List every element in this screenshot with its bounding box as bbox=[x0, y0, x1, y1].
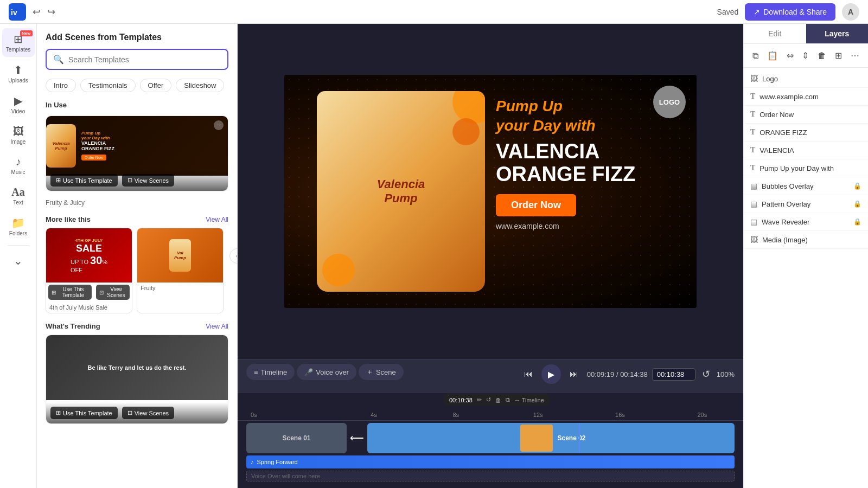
layer-item-orange-fizz[interactable]: T ORANGE FIZZ bbox=[744, 124, 868, 142]
more-cards-grid: 4TH OF JULY SALE UP TO 30%OFF ⊞ Use This… bbox=[37, 228, 237, 318]
right-panel-tabs: Edit Layers bbox=[744, 24, 868, 44]
svg-text:iv: iv bbox=[11, 8, 17, 17]
tooltip-timeline[interactable]: ↔ Timeline bbox=[514, 397, 544, 403]
skip-back-button[interactable]: ⏮ bbox=[520, 367, 537, 381]
layer-item-pump[interactable]: T Pump Up your Day with bbox=[744, 159, 868, 177]
in-use-label: In Use bbox=[37, 97, 237, 111]
scene-01[interactable]: Scene 01 bbox=[246, 423, 347, 453]
image-icon: 🖼 bbox=[13, 125, 24, 138]
filter-intro[interactable]: Intro bbox=[46, 79, 76, 92]
in-use-card-label: Fruity & Juicy bbox=[37, 196, 237, 211]
more-card-0[interactable]: 4TH OF JULY SALE UP TO 30%OFF ⊞ Use This… bbox=[46, 228, 132, 313]
saved-status: Saved bbox=[717, 8, 739, 16]
more-card-1[interactable]: ValPump Fruity bbox=[137, 228, 224, 313]
view-scenes-button[interactable]: ⊡ View Scenes bbox=[122, 174, 174, 187]
playhead[interactable] bbox=[579, 423, 580, 453]
tooltip-copy[interactable]: ⧉ bbox=[506, 396, 510, 403]
trending-view-all-button[interactable]: View All bbox=[206, 323, 228, 330]
headline-element: Pump Up your Day with bbox=[496, 97, 680, 136]
layer-item-logo[interactable]: 🖼 Logo bbox=[744, 70, 868, 88]
filter-testimonials[interactable]: Testimonials bbox=[80, 79, 136, 92]
sidebar-item-collapse[interactable]: ⌄ bbox=[2, 250, 35, 273]
filter-slideshow[interactable]: Slideshow bbox=[176, 79, 224, 92]
template-icon-small: ⊞ bbox=[52, 290, 56, 296]
layers-list: 🖼 Logo T www.example.com T Order Now T O… bbox=[744, 68, 868, 251]
topbar-left: iv ↩ ↪ bbox=[9, 3, 58, 21]
grid-icon-button[interactable]: ⊞ bbox=[833, 48, 844, 63]
flip-h-button[interactable]: ⇔ bbox=[784, 48, 796, 63]
tab-edit[interactable]: Edit bbox=[744, 24, 806, 43]
download-share-button[interactable]: ↗ Download & Share bbox=[745, 3, 835, 21]
scene-02-thumb bbox=[520, 425, 553, 452]
sidebar-item-video[interactable]: ▶ Video bbox=[2, 90, 35, 119]
product-name-element: VALENCIA ORANGE FIZZ bbox=[496, 140, 680, 186]
sidebar-item-music[interactable]: ♪ Music bbox=[2, 151, 35, 179]
layer-lock-icon-3: 🔒 bbox=[853, 218, 861, 226]
filter-offer[interactable]: Offer bbox=[140, 79, 172, 92]
terry-thumbnail: Be like Terry and let us do the rest. bbox=[46, 335, 228, 400]
scrubber-time-input[interactable] bbox=[652, 368, 695, 381]
tooltip-edit[interactable]: ✏ bbox=[477, 396, 482, 403]
undo-button[interactable]: ↩ bbox=[30, 4, 43, 20]
skip-forward-button[interactable]: ⏭ bbox=[565, 367, 583, 381]
sidebar-item-text[interactable]: Aa Text bbox=[2, 182, 35, 210]
layer-item-order[interactable]: T Order Now bbox=[744, 106, 868, 124]
can-image: Valencia Pump bbox=[317, 91, 485, 292]
canvas-viewport: LOGO Valencia Pump bbox=[238, 24, 743, 359]
uploads-icon: ⬆ bbox=[14, 63, 23, 76]
layer-item-website[interactable]: T www.example.com bbox=[744, 88, 868, 106]
tab-timeline[interactable]: ≡ Timeline bbox=[246, 364, 295, 380]
use-terry-button[interactable]: ⊞ Use This Template bbox=[50, 407, 118, 419]
tab-scene[interactable]: ＋ Scene bbox=[359, 364, 404, 380]
more-view-all-button[interactable]: View All bbox=[206, 216, 228, 223]
use-template-button[interactable]: ⊞ Use This Template bbox=[50, 174, 118, 187]
view-scenes-4th-button[interactable]: ⊡ View Scenes bbox=[96, 285, 130, 300]
sidebar-label-image: Image bbox=[11, 139, 26, 145]
trending-card-0[interactable]: Be like Terry and let us do the rest. ⊞ … bbox=[46, 335, 228, 424]
flip-v-button[interactable]: ⇕ bbox=[800, 48, 811, 63]
sidebar-item-image[interactable]: 🖼 Image bbox=[2, 121, 35, 149]
tab-voiceover[interactable]: 🎤 Voice over bbox=[297, 364, 356, 380]
layer-item-media[interactable]: 🖼 Media (Image) bbox=[744, 231, 868, 249]
sidebar-item-uploads[interactable]: ⬆ Uploads bbox=[2, 59, 35, 88]
more-like-this-header: More like this View All bbox=[37, 211, 237, 228]
copy-icon-button[interactable]: ⧉ bbox=[750, 48, 761, 63]
templates-panel: Add Scenes from Templates 🔍 Intro Testim… bbox=[37, 24, 238, 488]
in-use-card[interactable]: ⋯ ValenciaPump Pump Upyour Day with VALE… bbox=[46, 115, 228, 191]
tab-layers[interactable]: Layers bbox=[806, 24, 869, 43]
redo-button[interactable]: ↪ bbox=[45, 4, 58, 20]
sidebar-item-folders[interactable]: 📁 Folders bbox=[2, 212, 35, 241]
paste-icon-button[interactable]: 📋 bbox=[765, 48, 780, 63]
view-terry-button[interactable]: ⊡ View Scenes bbox=[122, 407, 174, 419]
canvas-text-right: Pump Up your Day with VALENCIA ORANGE FI… bbox=[496, 97, 680, 230]
layer-text-icon-5: T bbox=[750, 164, 755, 172]
avatar[interactable]: A bbox=[842, 3, 859, 21]
layer-item-wave[interactable]: ▤ Wave Revealer 🔒 bbox=[744, 213, 868, 231]
trending-cards: Be like Terry and let us do the rest. ⊞ … bbox=[37, 335, 237, 432]
layer-item-bubbles[interactable]: ▤ Bubbles Overlay 🔒 bbox=[744, 177, 868, 195]
zoom-level: 100% bbox=[717, 370, 735, 378]
right-panel: Edit Layers ⧉ 📋 ⇔ ⇕ 🗑 ⊞ ⋯ 🖼 Logo T www.e… bbox=[743, 24, 868, 488]
order-btn-element[interactable]: Order Now bbox=[496, 194, 576, 216]
tooltip-refresh[interactable]: ↺ bbox=[486, 396, 491, 403]
voiceover-track[interactable]: Voice Over will come here bbox=[246, 471, 735, 481]
play-button[interactable]: ▶ bbox=[541, 364, 561, 384]
card-thumbnail-4th: 4TH OF JULY SALE UP TO 30%OFF bbox=[46, 228, 132, 282]
scene-02[interactable]: Scene 02 bbox=[367, 423, 735, 453]
card-1-name: Fruity bbox=[137, 282, 223, 293]
view-icon: ⊡ bbox=[127, 177, 132, 184]
more-card-0-actions: ⊞ Use This Template ⊡ View Scenes bbox=[46, 282, 132, 302]
canvas-area: LOGO Valencia Pump bbox=[238, 24, 743, 488]
layer-item-valencia[interactable]: T VALENCIA bbox=[744, 142, 868, 159]
layer-item-pattern[interactable]: ▤ Pattern Overlay 🔒 bbox=[744, 195, 868, 213]
tooltip-delete[interactable]: 🗑 bbox=[495, 397, 501, 403]
use-template-4th-button[interactable]: ⊞ Use This Template bbox=[48, 285, 92, 300]
search-input[interactable] bbox=[68, 55, 221, 64]
refresh-button[interactable]: ↺ bbox=[700, 366, 712, 382]
audio-track[interactable]: ♪ Spring Forward bbox=[246, 455, 735, 468]
delete-icon-button[interactable]: 🗑 bbox=[815, 48, 828, 63]
view-icon-small: ⊡ bbox=[99, 290, 104, 296]
sidebar-item-templates[interactable]: New ⊞ Templates bbox=[2, 28, 35, 57]
layer-lock-icon-1: 🔒 bbox=[853, 182, 861, 190]
more-icon-button[interactable]: ⋯ bbox=[848, 48, 861, 63]
